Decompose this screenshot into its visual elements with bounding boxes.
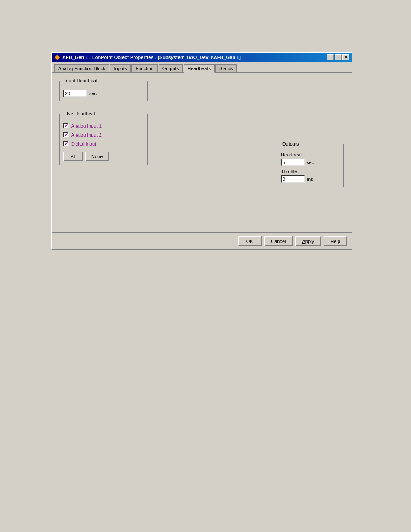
- cancel-button[interactable]: Cancel: [264, 236, 293, 246]
- tab-bar: Analog Function Block Inputs Function Ou…: [52, 62, 352, 73]
- outputs-heartbeat-value[interactable]: [281, 159, 305, 166]
- input-heartbeat-unit: sec: [89, 91, 97, 96]
- tab-analog-function-block[interactable]: Analog Function Block: [54, 64, 109, 72]
- help-button[interactable]: Help: [324, 236, 347, 246]
- heartbeat-btn-row: All None: [63, 152, 144, 161]
- tab-status[interactable]: Status: [215, 64, 237, 72]
- close-button[interactable]: ✕: [342, 54, 349, 60]
- outputs-throttle-unit: ms: [307, 177, 313, 182]
- use-heartbeat-group: Use Heartbeat Analog Input 1 Analog Inpu…: [59, 114, 148, 165]
- minimize-button[interactable]: _: [327, 54, 334, 60]
- checkbox-label-analog-input-1: Analog Input 1: [71, 123, 102, 128]
- input-heartbeat-group: Input Heartbeat sec: [59, 81, 148, 101]
- title-bar-buttons: _ ▫ ✕: [327, 54, 349, 60]
- checkbox-analog-input-2[interactable]: [63, 132, 69, 137]
- use-heartbeat-label: Use Heartbeat: [63, 111, 97, 116]
- content-area: Input Heartbeat sec Use Heartbeat Analog…: [52, 73, 352, 232]
- outputs-heartbeat-unit: sec: [307, 160, 314, 165]
- apply-label: Apply: [302, 239, 314, 244]
- button-bar: OK Cancel Apply Help: [52, 232, 352, 249]
- checkbox-label-digital-input: Digital Input: [71, 141, 96, 146]
- outputs-group-label: Outputs: [281, 141, 300, 146]
- ok-button[interactable]: OK: [238, 236, 262, 246]
- restore-button[interactable]: ▫: [335, 54, 342, 60]
- outputs-group: Outputs Heartbeat: sec Throttle: ms: [277, 144, 344, 187]
- outputs-throttle-value[interactable]: [281, 175, 305, 183]
- tab-heartbeats[interactable]: Heartbeats: [184, 64, 215, 73]
- checkbox-item-digital-input: Digital Input: [63, 141, 144, 146]
- checkbox-item-analog-input-1: Analog Input 1: [63, 123, 144, 128]
- dialog-window: 🔶 AFB_Gen 1 - LonPoint Object Properties…: [51, 52, 352, 250]
- tab-function[interactable]: Function: [131, 64, 157, 72]
- apply-button[interactable]: Apply: [295, 236, 321, 246]
- app-icon: 🔶: [54, 54, 61, 61]
- checkbox-item-analog-input-2: Analog Input 2: [63, 132, 144, 137]
- tab-outputs[interactable]: Outputs: [159, 64, 183, 72]
- throttle-field-label: Throttle:: [281, 169, 340, 174]
- tab-inputs[interactable]: Inputs: [110, 64, 131, 72]
- title-bar: 🔶 AFB_Gen 1 - LonPoint Object Properties…: [52, 53, 352, 62]
- window-title: AFB_Gen 1 - LonPoint Object Properties -…: [62, 55, 241, 60]
- input-heartbeat-value[interactable]: [63, 90, 87, 97]
- heartbeat-field-label: Heartbeat:: [281, 152, 340, 157]
- all-button[interactable]: All: [63, 152, 83, 161]
- none-button[interactable]: None: [85, 152, 109, 161]
- checkbox-digital-input[interactable]: [63, 141, 69, 146]
- checkbox-analog-input-1[interactable]: [63, 123, 69, 128]
- checkbox-label-analog-input-2: Analog Input 2: [71, 132, 102, 137]
- input-heartbeat-label: Input Heartbeat: [63, 78, 99, 83]
